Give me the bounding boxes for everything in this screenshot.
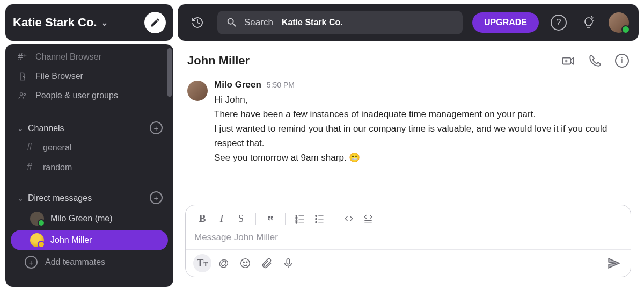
separator: [285, 213, 286, 225]
dm-john-miller[interactable]: John Miller: [11, 230, 168, 250]
at-icon: @: [218, 257, 229, 269]
history-icon: [191, 16, 204, 29]
send-button[interactable]: [605, 254, 623, 272]
sidebar-item-file-browser[interactable]: File Browser: [5, 67, 173, 86]
sidebar-item-channel-browser[interactable]: #⁺ Channel Browser: [5, 47, 173, 67]
upgrade-button[interactable]: UPGRADE: [472, 12, 539, 33]
svg-text:3: 3: [296, 221, 297, 224]
paperclip-icon: [261, 257, 273, 269]
code-button[interactable]: [340, 211, 358, 227]
channel-name: random: [43, 163, 72, 172]
compose-button[interactable]: [144, 12, 166, 33]
sidebar-section-channels[interactable]: ⌄ Channels +: [5, 118, 173, 138]
attach-button[interactable]: [258, 254, 276, 272]
channel-general[interactable]: # general: [5, 138, 173, 157]
info-icon: i: [615, 54, 629, 68]
message-line: I just wanted to remind you that in our …: [214, 121, 629, 150]
conversation-panel: John Miller i Milo Green 5:50 PM Hi John…: [178, 45, 639, 285]
search-scope: Katie Stark Co.: [282, 18, 343, 27]
user-avatar[interactable]: [609, 12, 629, 33]
phone-call-button[interactable]: [588, 54, 602, 68]
message-input-placeholder: Message John Miller: [194, 232, 278, 242]
dm-milo-green[interactable]: Milo Green (me): [11, 208, 168, 229]
chevron-down-icon: ⌄: [17, 194, 24, 203]
add-dm-button[interactable]: +: [150, 191, 163, 204]
svg-point-23: [246, 262, 247, 263]
composer-bottom-toolbar: TT @: [186, 249, 631, 277]
svg-rect-24: [287, 259, 290, 264]
quote-button[interactable]: [261, 211, 280, 227]
chevron-down-icon: ⌄: [100, 17, 108, 28]
upgrade-label: UPGRADE: [484, 18, 527, 27]
section-label: Channels: [28, 124, 64, 133]
italic-button[interactable]: I: [213, 211, 231, 227]
add-channel-button[interactable]: +: [150, 121, 163, 134]
whats-new-button[interactable]: [579, 12, 599, 33]
messages-list: Milo Green 5:50 PM Hi John, There have b…: [178, 76, 639, 199]
sidebar-item-people[interactable]: People & user groups: [5, 86, 173, 105]
svg-point-3: [24, 93, 25, 95]
emoji-button[interactable]: [236, 254, 254, 272]
workspace-switcher[interactable]: Katie Stark Co. ⌄: [13, 16, 108, 30]
sidebar-item-label: People & user groups: [35, 90, 118, 101]
topbar: Search Katie Stark Co. UPGRADE ?: [178, 4, 639, 41]
voice-button[interactable]: [279, 254, 297, 272]
search-label: Search: [244, 17, 273, 28]
mention-button[interactable]: @: [215, 254, 233, 272]
svg-point-22: [243, 262, 244, 263]
code-block-button[interactable]: [359, 211, 377, 227]
message-line-text: See you tomorrow at 9am sharp.: [214, 153, 347, 163]
hash-icon: #: [27, 142, 35, 153]
help-button[interactable]: ?: [548, 12, 569, 33]
conversation-header: John Miller i: [178, 45, 639, 76]
svg-point-14: [316, 219, 317, 220]
text-format-icon: TT: [197, 257, 208, 269]
add-teammates-button[interactable]: + Add teammates: [5, 251, 173, 273]
smile-icon: [239, 257, 251, 269]
chevron-down-icon: ⌄: [17, 124, 24, 133]
workspace-header: Katie Stark Co. ⌄: [5, 4, 173, 41]
avatar: [30, 212, 44, 226]
microphone-icon: [282, 257, 294, 269]
message-author: Milo Green: [214, 80, 261, 90]
grimace-emoji-icon: 😬: [349, 153, 360, 163]
ordered-list-button[interactable]: 123: [291, 211, 309, 227]
history-button[interactable]: [187, 12, 208, 33]
composer: B I S 123 Message John Miller: [185, 205, 631, 277]
strikethrough-button[interactable]: S: [232, 211, 250, 227]
bullet-list-button[interactable]: [310, 211, 328, 227]
search-input[interactable]: Search Katie Stark Co.: [217, 11, 463, 34]
message-input[interactable]: Message John Miller: [186, 227, 631, 249]
message-line: There have been a few instances of inade…: [214, 107, 629, 121]
code-icon: [343, 213, 354, 224]
quote-icon: [265, 213, 276, 224]
sidebar: #⁺ Channel Browser File Browser People &…: [5, 44, 173, 287]
lightbulb-icon: [582, 16, 595, 29]
toggle-formatting-button[interactable]: TT: [193, 254, 211, 272]
message-time: 5:50 PM: [267, 81, 295, 89]
message-line: Hi John,: [214, 92, 629, 107]
bold-button[interactable]: B: [193, 211, 211, 227]
svg-point-2: [20, 93, 23, 96]
hash-icon: #: [27, 162, 35, 173]
send-icon: [607, 256, 621, 270]
plus-icon: +: [25, 256, 38, 269]
svg-point-21: [241, 259, 250, 268]
conversation-title: John Miller: [187, 54, 250, 68]
help-icon: ?: [551, 15, 567, 31]
avatar: [30, 233, 44, 247]
channel-random[interactable]: # random: [5, 157, 173, 177]
svg-point-13: [316, 215, 317, 217]
workspace-name: Katie Stark Co.: [13, 16, 97, 30]
sidebar-section-direct-messages[interactable]: ⌄ Direct messages +: [5, 188, 173, 207]
scrollbar-thumb[interactable]: [167, 48, 172, 97]
separator: [255, 213, 256, 225]
sidebar-item-label: File Browser: [35, 71, 83, 82]
bullet-list-icon: [314, 213, 325, 224]
dm-name: John Miller: [50, 235, 92, 245]
svg-point-0: [23, 76, 24, 78]
video-call-button[interactable]: [561, 54, 575, 68]
svg-point-15: [316, 221, 317, 223]
conversation-info-button[interactable]: i: [615, 54, 629, 68]
ordered-list-icon: 123: [295, 213, 305, 224]
